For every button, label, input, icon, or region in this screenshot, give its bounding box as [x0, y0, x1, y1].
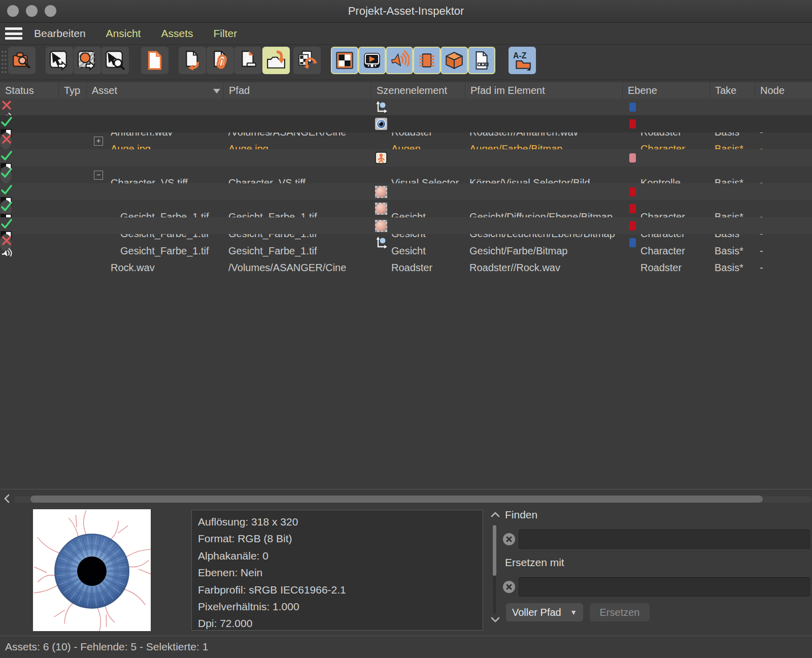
- toolbar-button-filter-ies[interactable]: [413, 47, 441, 74]
- panel-scroll-down-arrow[interactable]: [490, 616, 500, 623]
- replace-button[interactable]: Ersetzen: [590, 603, 650, 621]
- find-input[interactable]: [519, 530, 810, 549]
- horizontal-scrollbar-thumb[interactable]: [30, 496, 763, 503]
- meta-alpha: Alphakanäle: 0: [192, 547, 483, 564]
- replace-input[interactable]: [519, 577, 810, 597]
- status-ok-icon: [0, 217, 13, 231]
- sphere-icon: [375, 186, 387, 198]
- table-row[interactable]: Gesicht_Farbe_1.tifGesicht_Farbe_1.tifGe…: [0, 183, 812, 200]
- clear-x-icon: [506, 584, 512, 590]
- cell-ebene: Character: [640, 243, 708, 259]
- replace-mode-dropdown[interactable]: Voller Pfad ▼: [506, 603, 583, 621]
- status-ok-icon: [0, 149, 13, 162]
- column-header-pfad-im-element[interactable]: Pfad im Element: [465, 82, 622, 98]
- toolbar-button-collect-assets[interactable]: [262, 47, 290, 74]
- menu-filter[interactable]: Filter: [213, 27, 237, 40]
- toolbar-button-create-document[interactable]: [141, 47, 168, 74]
- svg-text:A-Z: A-Z: [513, 51, 527, 60]
- panel-scrollbar-thumb[interactable]: [493, 525, 496, 576]
- toolbar-button-filter-other[interactable]: [468, 47, 495, 74]
- other-files-filter-icon: [471, 50, 492, 71]
- table-row[interactable]: Rock.wav/Volumes/ASANGER/CineRoadsterRoa…: [0, 234, 12, 251]
- toolbar-button-sort-az[interactable]: A-Z: [509, 47, 536, 74]
- column-header-status[interactable]: Status: [0, 82, 58, 98]
- texture-filter-icon: [334, 50, 355, 71]
- toolbar-button-unlink-asset[interactable]: [234, 47, 262, 74]
- column-header-take[interactable]: Take: [709, 82, 755, 98]
- window-title: Projekt-Asset-Inspektor: [0, 0, 812, 22]
- table-row[interactable]: Gesicht_Farbe_1.tifGesicht_Farbe_1.tifGe…: [0, 217, 812, 234]
- toolbar-button-relink-asset[interactable]: [179, 47, 206, 74]
- meta-colorprofile: Farbprofil: sRGB IEC61966-2.1: [192, 581, 483, 598]
- material-sphere-icon: [375, 186, 387, 198]
- layer-color-swatch: [629, 153, 636, 162]
- toolbar-button-search-assets[interactable]: [8, 47, 36, 74]
- material-sphere-icon: [375, 220, 387, 232]
- tree-expander-plus[interactable]: +: [94, 137, 103, 146]
- menu-bar: Bearbeiten Ansicht Assets Filter: [0, 23, 812, 45]
- cell-asset: Gesicht_Farbe_1.tif: [120, 243, 222, 259]
- sort-az-icon: A-Z: [512, 50, 532, 71]
- tree-expander-minus[interactable]: −: [94, 171, 103, 180]
- audio-filter-icon: [389, 50, 410, 71]
- toolbar-button-filter-textures[interactable]: [331, 47, 358, 74]
- cell-take: Basis*: [715, 259, 754, 276]
- toolbar-button-select-material[interactable]: [74, 47, 101, 74]
- video-filter-icon: [362, 50, 382, 71]
- material-sphere-icon: [375, 203, 387, 215]
- toolbar-drag-handle[interactable]: [1, 50, 7, 74]
- eye-texture-icon: [375, 118, 387, 130]
- status-missing-icon: [0, 98, 13, 112]
- menu-bearbeiten[interactable]: Bearbeiten: [34, 27, 86, 40]
- menu-ansicht[interactable]: Ansicht: [106, 27, 141, 40]
- status-bar-text: Assets: 6 (10) - Fehlende: 5 - Selektier…: [5, 641, 208, 652]
- table-bottom-divider: [0, 489, 812, 489]
- toolbar-button-filter-substances[interactable]: [441, 47, 468, 74]
- cell-pfad-im-element: Roadster//Rock.wav: [469, 259, 622, 276]
- table-row[interactable]: +basic033.jpg (3)preset://prime.lib4d/Ma…: [0, 133, 12, 149]
- status-ok-icon: [0, 167, 13, 180]
- cell-pfad: /Volumes/ASANGER/Cine: [228, 259, 370, 276]
- column-header-pfad[interactable]: Pfad: [223, 82, 371, 98]
- column-header-szenenelement[interactable]: Szenenelement: [371, 82, 465, 98]
- hamburger-menu-icon[interactable]: [5, 27, 22, 40]
- panel-scroll-up-arrow[interactable]: [490, 511, 500, 518]
- clear-replace-button[interactable]: [503, 581, 515, 593]
- eye-icon: [375, 118, 387, 130]
- status-ok-icon: [0, 115, 13, 128]
- cell-node: -: [760, 259, 780, 276]
- table-row[interactable]: Anfahren.wav/Volumes/ASANGER/CineRoadste…: [0, 98, 812, 115]
- cell-take: Basis*: [715, 243, 754, 259]
- toolbar-button-convert-assets[interactable]: [293, 47, 321, 74]
- toolbar-button-select-asset[interactable]: [46, 47, 73, 74]
- table-row[interactable]: Character_VS.tiffCharacter_VS.tiffVisual…: [0, 149, 812, 166]
- table-row[interactable]: −Gesicht_Farbe_1.tif (3)Gesicht_Farbe_1.…: [0, 167, 12, 183]
- asset-metadata-panel: Auflösung: 318 x 320 Format: RGB (8 Bit)…: [191, 510, 483, 631]
- table-row[interactable]: Gesicht_Farbe_1.tifGesicht_Farbe_1.tifGe…: [0, 200, 12, 217]
- layer-color-swatch: [629, 119, 636, 128]
- null-object-icon: [375, 101, 387, 113]
- toolbar-button-locate-asset[interactable]: [101, 47, 129, 74]
- replace-label: Ersetzen mit: [505, 556, 564, 569]
- menu-assets[interactable]: Assets: [161, 27, 193, 40]
- locate-asset-icon: [105, 50, 125, 71]
- toolbar-button-link-asset[interactable]: [207, 47, 234, 74]
- sphere-icon: [375, 203, 387, 215]
- status-ok-icon: [0, 115, 13, 128]
- hscroll-left-arrow[interactable]: [3, 494, 11, 504]
- search-assets-icon: [12, 50, 32, 71]
- toolbar-button-filter-videos[interactable]: [358, 47, 386, 74]
- audio-type-icon: [0, 247, 12, 259]
- column-header-asset[interactable]: Asset: [86, 82, 223, 98]
- clear-find-button[interactable]: [503, 533, 515, 545]
- column-header-typ[interactable]: Typ: [58, 82, 86, 98]
- sphere-icon: [375, 220, 387, 232]
- layer-color-swatch: [629, 221, 636, 231]
- status-bar: Assets: 6 (10) - Fehlende: 5 - Selektier…: [0, 636, 812, 658]
- substance-filter-icon: [444, 50, 464, 71]
- chevron-down-icon: ▼: [570, 608, 577, 616]
- toolbar-button-filter-audio[interactable]: [386, 47, 413, 74]
- column-header-ebene[interactable]: Ebene: [622, 82, 709, 98]
- table-row[interactable]: Auge.jpgAuge.jpgAugenAugen/Farbe/BitmapC…: [0, 115, 812, 132]
- column-header-node[interactable]: Node: [755, 82, 812, 98]
